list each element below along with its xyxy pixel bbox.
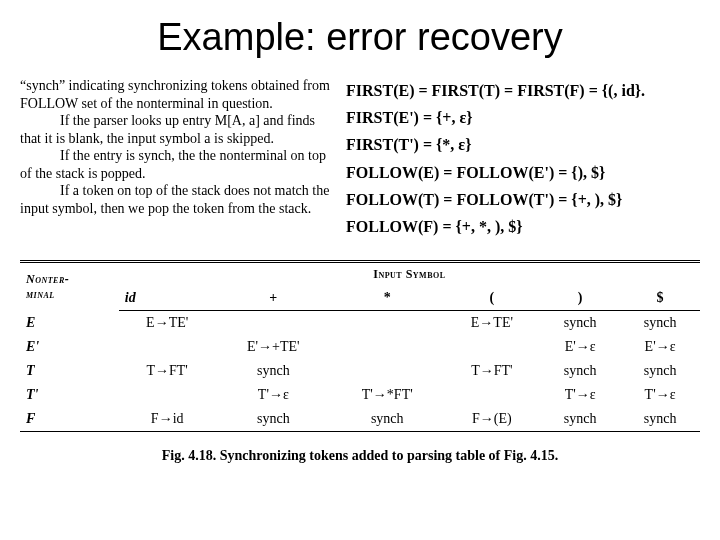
cell: synch — [620, 311, 700, 336]
table-row: E' E'→+TE' E'→ε E'→ε — [20, 335, 700, 359]
cell: E'→ε — [620, 335, 700, 359]
hdr-input-symbol: Input Symbol — [119, 262, 700, 287]
nt-E: E — [20, 311, 119, 336]
nt-Tprime: T' — [20, 383, 119, 407]
cell: T'→ε — [540, 383, 620, 407]
para-1: “synch” indicating synchronizing tokens … — [20, 77, 330, 112]
table-row: E E→TE' E→TE' synch synch — [20, 311, 700, 336]
follow-line-1: FOLLOW(E) = FOLLOW(E') = {), $} — [346, 159, 700, 186]
para-4-text: If a token on top of the stack does not … — [20, 183, 329, 216]
nt-Eprime: E' — [20, 335, 119, 359]
cell: F→id — [119, 407, 216, 432]
follow-line-2: FOLLOW(T) = FOLLOW(T') = {+, ), $} — [346, 186, 700, 213]
col-dollar: $ — [620, 286, 700, 311]
cell: synch — [331, 407, 443, 432]
col-plus: + — [216, 286, 331, 311]
col-rparen: ) — [540, 286, 620, 311]
cell: T'→ε — [620, 383, 700, 407]
cell: synch — [540, 359, 620, 383]
para-3-text: If the entry is synch, the the nontermin… — [20, 148, 326, 181]
cell: E'→ε — [540, 335, 620, 359]
cell: synch — [216, 359, 331, 383]
cell: T→FT' — [443, 359, 540, 383]
nt-T: T — [20, 359, 119, 383]
top-section: “synch” indicating synchronizing tokens … — [20, 77, 700, 240]
nt-F: F — [20, 407, 119, 432]
cell: synch — [216, 407, 331, 432]
first-line-1: FIRST(E) = FIRST(T) = FIRST(F) = {(, id}… — [346, 77, 700, 104]
cell — [331, 359, 443, 383]
first-follow-sets: FIRST(E) = FIRST(T) = FIRST(F) = {(, id}… — [346, 77, 700, 240]
cell — [443, 383, 540, 407]
first-line-2: FIRST(E') = {+, ε} — [346, 104, 700, 131]
cell: E→TE' — [119, 311, 216, 336]
col-id: id — [119, 286, 216, 311]
table-header-row: Nonter-minal Input Symbol — [20, 262, 700, 287]
cell — [119, 335, 216, 359]
cell: E'→+TE' — [216, 335, 331, 359]
cell: T'→ε — [216, 383, 331, 407]
col-lparen: ( — [443, 286, 540, 311]
caption-text: Fig. 4.18. Synchronizing tokens added to… — [162, 448, 558, 463]
table-row: T T→FT' synch T→FT' synch synch — [20, 359, 700, 383]
table-subheader-row: id + * ( ) $ — [20, 286, 700, 311]
parsing-table: Nonter-minal Input Symbol id + * ( ) $ E… — [20, 260, 700, 464]
cell — [119, 383, 216, 407]
cell — [443, 335, 540, 359]
para-2: If the parser looks up entry M[A, a] and… — [20, 112, 330, 147]
cell: T→FT' — [119, 359, 216, 383]
para-4: If a token on top of the stack does not … — [20, 182, 330, 217]
col-star: * — [331, 286, 443, 311]
cell: F→(E) — [443, 407, 540, 432]
cell — [216, 311, 331, 336]
explanation-paragraphs: “synch” indicating synchronizing tokens … — [20, 77, 330, 217]
cell: synch — [540, 311, 620, 336]
first-line-3: FIRST(T') = {*, ε} — [346, 131, 700, 158]
table-row: T' T'→ε T'→*FT' T'→ε T'→ε — [20, 383, 700, 407]
para-2-text: If the parser looks up entry M[A, a] and… — [20, 113, 315, 146]
follow-line-3: FOLLOW(F) = {+, *, ), $} — [346, 213, 700, 240]
cell — [331, 311, 443, 336]
para-3: If the entry is synch, the the nontermin… — [20, 147, 330, 182]
cell: synch — [620, 407, 700, 432]
cell — [331, 335, 443, 359]
cell: E→TE' — [443, 311, 540, 336]
hdr-nonterminal: Nonter-minal — [20, 262, 119, 311]
cell: T'→*FT' — [331, 383, 443, 407]
slide-title: Example: error recovery — [20, 16, 700, 59]
cell: synch — [540, 407, 620, 432]
cell: synch — [620, 359, 700, 383]
table-row: F F→id synch synch F→(E) synch synch — [20, 407, 700, 432]
figure-caption: Fig. 4.18. Synchronizing tokens added to… — [20, 448, 700, 464]
